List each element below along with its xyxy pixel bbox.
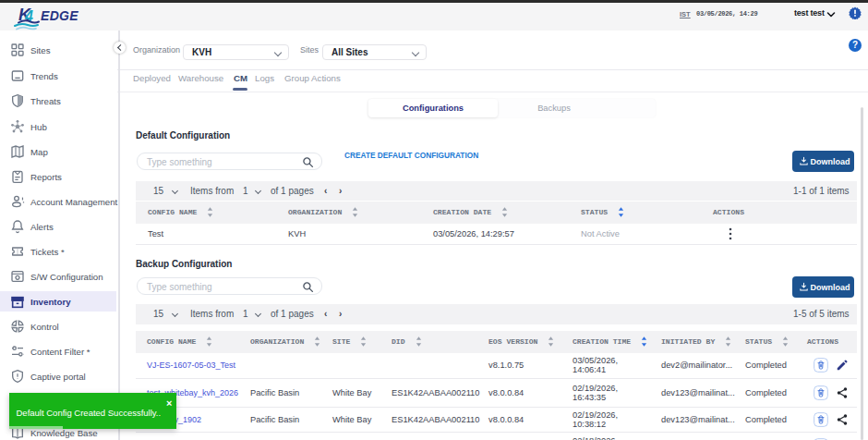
svg-text:EDGE: EDGE [41,8,78,23]
